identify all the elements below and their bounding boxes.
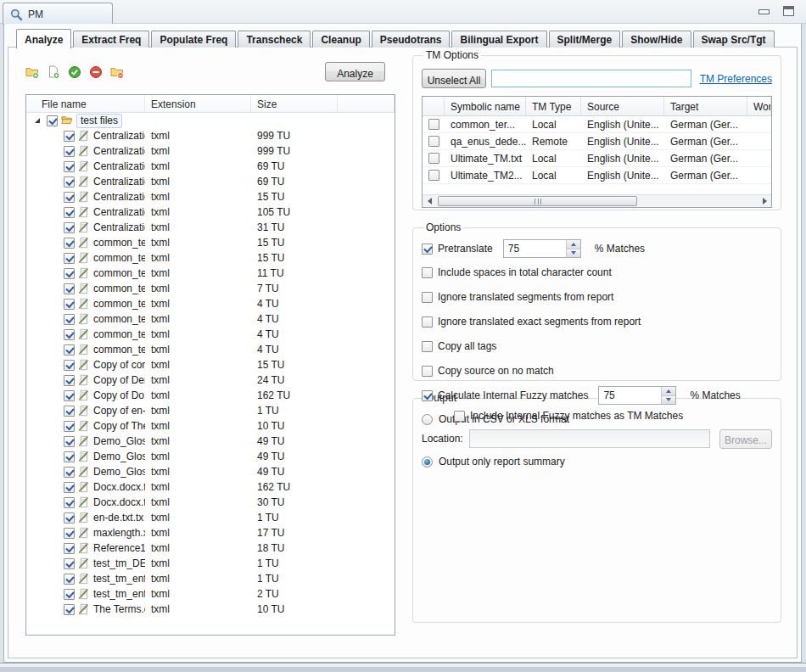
pretranslate-checkbox[interactable] bbox=[422, 244, 433, 255]
file-checkbox[interactable] bbox=[64, 360, 75, 371]
tm-checkbox[interactable] bbox=[428, 136, 439, 147]
file-row[interactable]: Docx.docx.t txml 162 TU bbox=[26, 479, 395, 495]
tm-row[interactable]: Ultimate_TM2... Local English (Unite... … bbox=[423, 167, 771, 184]
analyze-button[interactable]: Analyze bbox=[325, 62, 385, 81]
file-checkbox[interactable] bbox=[64, 268, 75, 279]
calc-fuzzy-value[interactable]: 75 bbox=[599, 387, 661, 404]
tab-split-merge[interactable]: Split/Merge bbox=[549, 31, 621, 48]
file-row[interactable]: common_te txml 4 TU bbox=[26, 327, 395, 342]
file-checkbox[interactable] bbox=[64, 436, 75, 447]
file-row[interactable]: Centralizatio txml 999 TU bbox=[26, 128, 395, 143]
expander-icon[interactable] bbox=[35, 118, 40, 123]
tm-col-target[interactable]: Target bbox=[664, 97, 747, 115]
file-row[interactable]: common_te txml 11 TU bbox=[26, 266, 395, 281]
column-header-extension[interactable]: Extension bbox=[145, 95, 251, 112]
file-row[interactable]: maxlength.x txml 17 TU bbox=[26, 525, 395, 540]
file-row[interactable]: Centralizatio txml 15 TU bbox=[26, 189, 395, 204]
file-checkbox[interactable] bbox=[64, 482, 75, 493]
file-checkbox[interactable] bbox=[64, 528, 75, 539]
spin-down-icon[interactable] bbox=[567, 249, 580, 258]
tab-pseudotrans[interactable]: Pseudotrans bbox=[372, 31, 451, 48]
tab-bilingual-export[interactable]: Bilingual Export bbox=[451, 31, 546, 48]
tab-populate-freq[interactable]: Populate Freq bbox=[151, 31, 236, 48]
file-row[interactable]: Demo_Glos txml 49 TU bbox=[26, 434, 395, 449]
file-checkbox[interactable] bbox=[64, 497, 75, 508]
scroll-left-arrow-icon[interactable] bbox=[423, 195, 436, 207]
scroll-right-arrow-icon[interactable] bbox=[758, 195, 771, 207]
file-row[interactable]: Copy of en- txml 1 TU bbox=[26, 403, 395, 418]
minimize-button[interactable] bbox=[758, 9, 770, 14]
file-row[interactable]: The Terms.c txml 10 TU bbox=[26, 602, 395, 617]
add-file-icon[interactable] bbox=[47, 65, 60, 79]
remove-folder-icon[interactable] bbox=[110, 65, 124, 79]
tab-show-hide[interactable]: Show/Hide bbox=[622, 31, 691, 48]
tm-checkbox[interactable] bbox=[428, 153, 439, 164]
file-row[interactable]: Copy of cor txml 15 TU bbox=[26, 357, 395, 372]
tm-horizontal-scrollbar[interactable] bbox=[423, 194, 771, 207]
unselect-all-icon[interactable] bbox=[89, 65, 103, 79]
file-checkbox[interactable] bbox=[64, 589, 75, 600]
file-row[interactable]: Centralizatio txml 69 TU bbox=[26, 174, 395, 189]
tm-checkbox[interactable] bbox=[428, 170, 439, 181]
file-checkbox[interactable] bbox=[64, 238, 75, 249]
file-checkbox[interactable] bbox=[64, 604, 75, 615]
file-row[interactable]: Copy of Do txml 162 TU bbox=[26, 388, 395, 403]
spin-up-icon[interactable] bbox=[662, 387, 675, 396]
file-checkbox[interactable] bbox=[64, 283, 75, 294]
file-checkbox[interactable] bbox=[64, 451, 75, 462]
file-checkbox[interactable] bbox=[64, 390, 75, 401]
file-checkbox[interactable] bbox=[64, 406, 75, 417]
file-row[interactable]: Centralizatio txml 69 TU bbox=[26, 159, 395, 174]
file-row[interactable]: Centralizatio txml 999 TU bbox=[26, 143, 395, 159]
file-row[interactable]: common_te txml 7 TU bbox=[26, 281, 395, 296]
maximize-button[interactable] bbox=[783, 6, 794, 16]
copy-source-checkbox[interactable] bbox=[422, 366, 433, 377]
tab-cleanup[interactable]: Cleanup bbox=[312, 31, 369, 48]
pretranslate-value[interactable]: 75 bbox=[504, 240, 566, 257]
file-checkbox[interactable] bbox=[64, 344, 75, 356]
summary-output-radio[interactable] bbox=[422, 456, 433, 468]
csv-output-radio[interactable] bbox=[422, 414, 433, 425]
file-row[interactable]: common_te txml 4 TU bbox=[26, 311, 395, 327]
tm-col-workgroup[interactable]: Workg bbox=[747, 97, 771, 115]
scrollbar-track[interactable] bbox=[436, 195, 758, 207]
tab-swap-src-tgt[interactable]: Swap Src/Tgt bbox=[693, 31, 775, 48]
file-checkbox[interactable] bbox=[64, 467, 75, 478]
unselect-all-button[interactable]: Unselect All bbox=[422, 69, 486, 88]
file-row[interactable]: Copy of The txml 10 TU bbox=[26, 418, 395, 434]
copy-all-tags-checkbox[interactable] bbox=[422, 341, 433, 352]
file-row[interactable]: Reference1_ txml 18 TU bbox=[26, 540, 395, 556]
tab-extract-freq[interactable]: Extract Freq bbox=[73, 31, 149, 48]
tab-analyze[interactable]: Analyze bbox=[16, 29, 71, 48]
file-checkbox[interactable] bbox=[64, 421, 75, 432]
ignore-exact-checkbox[interactable] bbox=[422, 316, 433, 328]
file-row[interactable]: test_tm_enf txml 1 TU bbox=[26, 571, 395, 586]
select-all-icon[interactable] bbox=[68, 65, 81, 79]
root-checkbox[interactable] bbox=[47, 115, 58, 126]
column-header-size[interactable]: Size bbox=[251, 95, 338, 112]
file-checkbox[interactable] bbox=[64, 329, 75, 340]
file-checkbox[interactable] bbox=[64, 574, 75, 585]
file-checkbox[interactable] bbox=[64, 146, 75, 157]
view-tab-pm[interactable]: PM bbox=[3, 3, 113, 25]
file-row[interactable]: Docx.docx.t txml 30 TU bbox=[26, 495, 395, 510]
file-checkbox[interactable] bbox=[64, 192, 75, 203]
file-row[interactable]: Demo_Glos txml 49 TU bbox=[26, 464, 395, 479]
file-row[interactable]: common_te txml 15 TU bbox=[26, 250, 395, 266]
file-tree-root-row[interactable]: test files bbox=[26, 113, 395, 128]
file-row[interactable]: en-de.txt.tx txml 1 TU bbox=[26, 510, 395, 525]
tm-row[interactable]: Ultimate_TM.txt Local English (Unite... … bbox=[423, 150, 771, 167]
file-row[interactable]: Demo_Glos txml 49 TU bbox=[26, 449, 395, 464]
column-header-file-name[interactable]: File name bbox=[26, 95, 145, 112]
tm-col-symbolic-name[interactable]: Symbolic name bbox=[445, 97, 526, 115]
spin-up-icon[interactable] bbox=[567, 240, 580, 249]
file-checkbox[interactable] bbox=[64, 222, 75, 233]
tm-col-tm-type[interactable]: TM Type bbox=[526, 97, 581, 115]
add-folder-icon[interactable] bbox=[25, 65, 39, 79]
file-row[interactable]: Centralizatio txml 105 TU bbox=[26, 204, 395, 220]
tm-filter-input[interactable] bbox=[491, 70, 691, 87]
spin-down-icon[interactable] bbox=[662, 396, 675, 405]
tm-preferences-link[interactable]: TM Preferences bbox=[700, 73, 772, 85]
file-checkbox[interactable] bbox=[64, 375, 75, 386]
file-checkbox[interactable] bbox=[64, 299, 75, 310]
